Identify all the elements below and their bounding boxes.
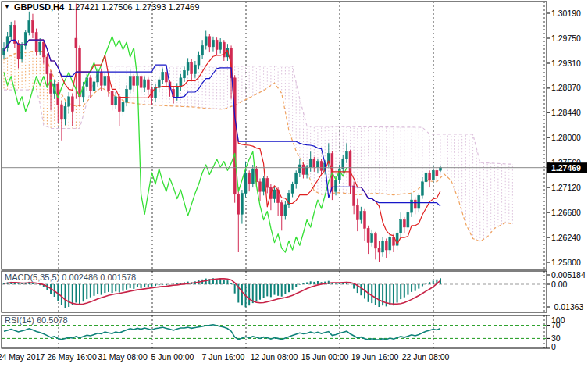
svg-text:12 Jun 08:00: 12 Jun 08:00 xyxy=(251,352,298,362)
svg-text:-0.01363: -0.01363 xyxy=(551,302,584,312)
svg-text:1.27120: 1.27120 xyxy=(551,183,581,192)
svg-text:0: 0 xyxy=(551,342,556,351)
svg-text:7 Jun 16:00: 7 Jun 16:00 xyxy=(202,352,245,362)
svg-text:24 May 2017: 24 May 2017 xyxy=(0,352,45,362)
svg-text:70: 70 xyxy=(551,320,561,330)
chart-title: ▼ GBPUSD,H4 1.27421 1.27506 1.27393 1.27… xyxy=(4,2,199,12)
svg-text:31 May 08:00: 31 May 08:00 xyxy=(98,352,148,362)
svg-text:1.26240: 1.26240 xyxy=(551,233,581,242)
macd-signal-value: 0.001578 xyxy=(100,273,136,282)
rsi-indicator-label: RSI(14) 60.5078 xyxy=(5,315,68,325)
symbol-timeframe-label: GBPUSD,H4 xyxy=(14,2,64,12)
current-price-badge: 1.27469 xyxy=(547,162,587,173)
svg-text:0.005184: 0.005184 xyxy=(551,270,586,280)
svg-text:5 Jun 00:00: 5 Jun 00:00 xyxy=(151,352,194,362)
macd-indicator-label: MACD(5,35,5) 0.002486 0.001578 xyxy=(5,273,136,282)
price-chart-canvas[interactable]: 1.301901.297501.293101.288701.284401.280… xyxy=(0,0,588,367)
trading-chart-window: 1.301901.297501.293101.288701.284401.280… xyxy=(0,0,588,367)
svg-text:1.28000: 1.28000 xyxy=(551,133,581,142)
svg-text:1.28440: 1.28440 xyxy=(551,108,581,117)
svg-text:1.25800: 1.25800 xyxy=(551,258,581,267)
svg-text:1.29310: 1.29310 xyxy=(551,59,581,68)
ohlc-values-label: 1.27421 1.27506 1.27393 1.27469 xyxy=(68,2,199,12)
macd-main-value: 0.002486 xyxy=(62,273,98,282)
svg-text:0.00: 0.00 xyxy=(551,280,568,289)
svg-text:1.30190: 1.30190 xyxy=(551,9,581,18)
rsi-value: 60.5078 xyxy=(37,315,68,325)
time-axis: 24 May 201726 May 16:0031 May 08:005 Jun… xyxy=(0,352,450,362)
macd-name: MACD(5,35,5) xyxy=(5,273,59,282)
svg-text:26 May 16:00: 26 May 16:00 xyxy=(47,352,97,362)
rsi-name: RSI(14) xyxy=(5,315,34,325)
svg-text:1.27469: 1.27469 xyxy=(551,163,581,173)
svg-text:15 Jun 00:00: 15 Jun 00:00 xyxy=(301,352,349,362)
symbol-dropdown-icon[interactable]: ▼ xyxy=(4,3,10,11)
svg-text:1.26680: 1.26680 xyxy=(551,208,581,217)
svg-text:1.29750: 1.29750 xyxy=(551,34,581,43)
svg-text:1.28870: 1.28870 xyxy=(551,83,581,92)
svg-text:22 Jun 08:00: 22 Jun 08:00 xyxy=(402,352,450,362)
svg-text:19 Jun 16:00: 19 Jun 16:00 xyxy=(351,352,399,362)
